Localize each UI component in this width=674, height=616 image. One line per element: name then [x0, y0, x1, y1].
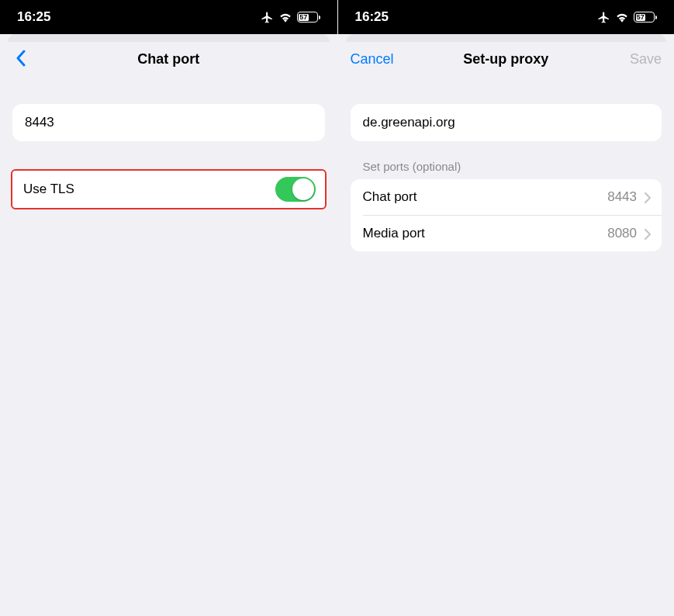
- ports-group: Chat port 8443 Media port 8080: [351, 179, 662, 251]
- sheet-handle: [8, 34, 330, 42]
- battery-icon: 57: [297, 12, 320, 22]
- navbar: Cancel Set-up proxy Save: [338, 42, 675, 76]
- proxy-host-input[interactable]: de.greenapi.org: [351, 104, 662, 141]
- statusbar: 16:25 57: [338, 0, 675, 34]
- sheet-handle: [346, 34, 667, 42]
- status-right: 57: [261, 11, 320, 24]
- media-port-row[interactable]: Media port 8080: [351, 216, 662, 251]
- chat-port-label: Chat port: [363, 189, 417, 205]
- use-tls-label: Use TLS: [23, 182, 74, 197]
- status-time: 16:25: [355, 9, 389, 25]
- airplane-icon: [261, 11, 274, 24]
- wifi-icon: [615, 12, 629, 22]
- cancel-button[interactable]: Cancel: [351, 51, 397, 67]
- chat-port-value: 8443: [607, 189, 637, 205]
- status-time: 16:25: [17, 9, 50, 25]
- battery-icon: 57: [634, 12, 657, 22]
- statusbar: 16:25 57: [0, 0, 337, 34]
- navbar: Chat port: [0, 42, 337, 76]
- wifi-icon: [278, 12, 292, 22]
- media-port-value: 8080: [607, 226, 637, 241]
- back-button[interactable]: [12, 47, 59, 71]
- section-header-ports: Set ports (optional): [351, 160, 662, 179]
- use-tls-row[interactable]: Use TLS: [11, 169, 327, 209]
- chevron-right-icon: [645, 228, 651, 239]
- content-left: 8443 Use TLS: [0, 76, 337, 209]
- status-right: 57: [597, 11, 657, 24]
- battery-pct: 57: [636, 14, 646, 21]
- media-port-label: Media port: [363, 226, 425, 241]
- chat-port-row[interactable]: Chat port 8443: [351, 179, 662, 215]
- chevron-left-icon: [12, 47, 28, 69]
- content-right: de.greenapi.org Set ports (optional) Cha…: [338, 76, 675, 251]
- phone-right: 16:25 57 Cancel Set-up proxy Save de.gre…: [337, 0, 675, 616]
- toggle-knob: [292, 178, 314, 200]
- chevron-right-icon: [645, 192, 651, 202]
- airplane-icon: [597, 11, 610, 24]
- battery-pct: 57: [299, 14, 309, 21]
- save-button[interactable]: Save: [615, 51, 662, 67]
- phone-left: 16:25 57 Chat port 8443 Use TLS: [0, 0, 337, 616]
- port-input[interactable]: 8443: [12, 104, 325, 141]
- use-tls-toggle[interactable]: [275, 177, 316, 202]
